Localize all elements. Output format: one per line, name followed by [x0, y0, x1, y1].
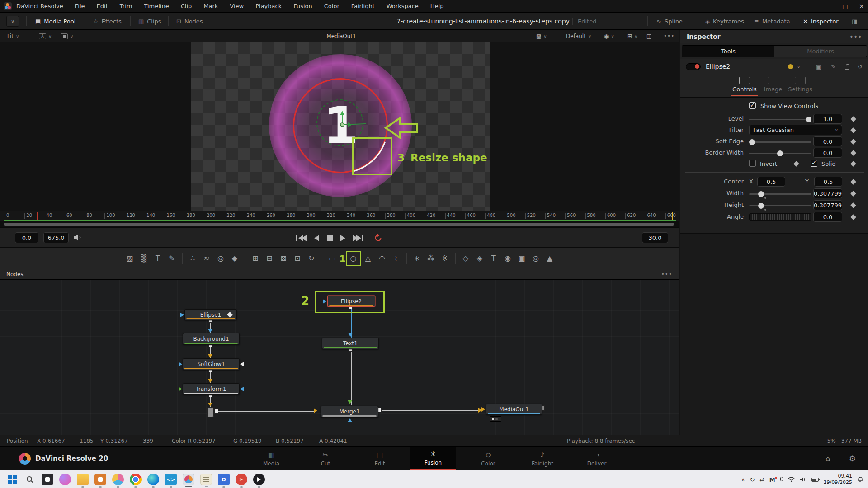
brightness-contrast-tool-icon[interactable]: ◎ — [214, 251, 228, 265]
node-transform1[interactable]: Transform1 — [183, 383, 240, 395]
timeline-ruler[interactable]: 0204060801001201401601802002202402602803… — [0, 211, 679, 221]
store-app-button[interactable] — [94, 474, 106, 485]
teams-icon[interactable]: M — [769, 476, 775, 483]
keyframe-diamond-icon[interactable] — [227, 312, 233, 318]
show-view-controls-checkbox[interactable] — [749, 102, 756, 109]
node-text1[interactable]: Text1 — [322, 338, 379, 349]
versions-icon[interactable]: ▣ — [816, 63, 821, 70]
nodes-button[interactable]: ⊡ Nodes — [176, 13, 203, 30]
close-icon[interactable]: × — [859, 2, 864, 10]
center-y-value[interactable]: 0.5 — [814, 177, 842, 187]
soft-edge-value[interactable]: 0.0 — [813, 136, 842, 146]
node-input-triangle[interactable] — [180, 313, 184, 317]
spot-light-3d-tool-icon[interactable]: ◎ — [529, 251, 543, 265]
lock-icon[interactable] — [845, 66, 849, 70]
keyframe-icon[interactable] — [793, 161, 799, 167]
merge-tool-icon[interactable]: ⊞ — [249, 251, 263, 265]
soft-edge-slider[interactable] — [749, 141, 811, 143]
range-start-marker[interactable] — [5, 212, 5, 220]
menu-item[interactable]: Playback — [255, 3, 282, 9]
color-key-tool-icon[interactable]: ⊡ — [291, 251, 305, 265]
current-frame-field[interactable]: 30.0 — [642, 232, 668, 243]
border-width-slider[interactable] — [749, 153, 811, 154]
background-tool-icon[interactable]: ▨ — [123, 251, 137, 265]
viewer-channel-dropdown[interactable]: A ∨ — [39, 30, 52, 42]
keyframe-icon[interactable] — [850, 214, 856, 220]
height-value[interactable]: 0.307799 — [813, 200, 842, 210]
volume-icon[interactable] — [800, 477, 807, 482]
shape-3d-tool-icon[interactable]: ◈ — [473, 251, 487, 265]
node-input-triangle[interactable] — [323, 299, 326, 304]
channel-booleans-tool-icon[interactable]: ⊠ — [277, 251, 291, 265]
menu-item[interactable]: Fairlight — [351, 3, 375, 9]
menu-item[interactable]: Edit — [97, 3, 108, 9]
metadata-button[interactable]: ≡ Metadata — [754, 13, 790, 30]
menu-item[interactable]: Workspace — [387, 3, 419, 9]
border-width-value[interactable]: 0.0 — [813, 148, 842, 158]
keyframe-icon[interactable] — [850, 202, 856, 208]
node-editor[interactable]: Ellipse1 2 Ellipse2 Background1 Text1 — [0, 280, 679, 435]
page-edit[interactable]: ▤ Edit — [357, 447, 402, 470]
hue-curves-tool-icon[interactable]: ◆ — [228, 251, 242, 265]
timeline-scrollbar[interactable] — [0, 221, 679, 227]
battery-icon[interactable] — [811, 478, 819, 482]
nodes-options-button[interactable]: ••• — [661, 271, 672, 277]
renderer-3d-tool-icon[interactable]: ▲ — [543, 251, 557, 265]
office-app-button[interactable]: O — [218, 474, 230, 485]
color-corrector-tool-icon[interactable]: ∴ — [186, 251, 200, 265]
loop-icon[interactable] — [374, 234, 382, 242]
inspector-button[interactable]: ✕ Inspector — [803, 13, 839, 30]
text-plus-tool-icon[interactable]: T — [151, 251, 165, 265]
menu-item[interactable]: Mark — [203, 3, 218, 9]
page-fusion[interactable]: ✳ Fusion — [410, 447, 456, 470]
range-end-field[interactable]: 675.0 — [43, 232, 69, 243]
vscode-button[interactable]: <> — [165, 474, 177, 485]
subtab-controls[interactable]: Controls — [731, 77, 758, 93]
node-merge1[interactable]: Merge1 — [321, 406, 378, 418]
scrollbar-thumb[interactable] — [4, 223, 674, 226]
menu-item[interactable]: Trim — [120, 3, 132, 9]
mediaout-monitor-badge[interactable] — [490, 416, 501, 422]
range-end-marker[interactable] — [672, 212, 673, 220]
stop-button[interactable] — [327, 235, 333, 241]
node-mediaout1[interactable]: MediaOut1 — [486, 404, 542, 415]
node-background1[interactable]: Background1 — [183, 333, 240, 345]
viewer-options-button[interactable]: ••• — [664, 30, 675, 42]
text-3d-tool-icon[interactable]: T — [487, 251, 501, 265]
image-plane-3d-tool-icon[interactable]: ◇ — [459, 251, 473, 265]
node-mask-triangle[interactable] — [240, 362, 244, 366]
home-icon[interactable]: ⌂ — [826, 447, 830, 470]
width-slider[interactable] — [749, 193, 811, 195]
clips-button[interactable]: ▥ Clips — [138, 13, 161, 30]
node-enable-toggle[interactable] — [686, 63, 701, 70]
menu-item[interactable]: Color — [324, 3, 340, 9]
effects-button[interactable]: ☆ Effects — [93, 13, 122, 30]
wifi-icon[interactable] — [788, 477, 795, 482]
wand-mask-tool-icon[interactable]: ≀ — [389, 251, 403, 265]
group-output-connector[interactable] — [207, 407, 214, 417]
media-player-button[interactable] — [253, 474, 265, 485]
node-softglow1[interactable]: SoftGlow1 — [183, 358, 240, 370]
media-pool-button[interactable]: ▤ Media Pool — [35, 13, 75, 30]
keyframe-icon[interactable] — [850, 139, 856, 145]
edge-button[interactable] — [147, 474, 159, 485]
sync-icon[interactable]: ↻ — [750, 476, 755, 483]
reset-icon[interactable]: ↺ — [858, 63, 863, 70]
arrows-icon[interactable]: ⇄ — [760, 476, 764, 483]
node-mask-triangle[interactable] — [240, 387, 244, 391]
page-cut[interactable]: ✂ Cut — [303, 447, 348, 470]
file-explorer-button[interactable] — [77, 474, 89, 485]
microphone-icon[interactable] — [780, 477, 783, 481]
time-stretch-tool-icon[interactable]: ↻ — [305, 251, 319, 265]
resolve-app-button[interactable] — [183, 474, 194, 485]
invert-checkbox[interactable] — [749, 160, 756, 167]
polygon-mask-tool-icon[interactable]: △ — [361, 251, 375, 265]
chrome-button[interactable] — [130, 474, 142, 485]
node-input-triangle[interactable] — [481, 407, 485, 412]
page-media[interactable]: ▦ Media — [249, 447, 294, 470]
height-slider[interactable] — [749, 205, 811, 206]
tab-tools[interactable]: Tools — [682, 46, 774, 57]
subtab-settings[interactable]: Settings — [787, 77, 813, 93]
level-slider[interactable] — [749, 119, 811, 120]
notifications-icon[interactable] — [857, 476, 863, 483]
